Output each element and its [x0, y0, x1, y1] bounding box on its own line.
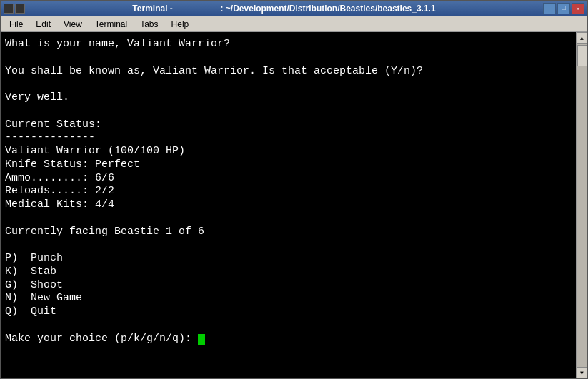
minimize-button[interactable]: ⎯ — [543, 3, 556, 14]
window-icon-2 — [15, 4, 25, 14]
window-icon-1 — [4, 4, 14, 14]
title-bar-left — [4, 4, 25, 14]
title-bar-right: ⎯ □ ✕ — [543, 3, 584, 14]
menu-bar: File Edit View Terminal Tabs Help — [1, 16, 587, 32]
menu-tabs[interactable]: Tabs — [134, 18, 164, 31]
maximize-button[interactable]: □ — [557, 3, 570, 14]
scrollbar[interactable]: ▲ ▼ — [576, 32, 587, 378]
scroll-down-button[interactable]: ▼ — [577, 367, 588, 378]
title-bar-icons — [4, 4, 25, 14]
title-bar: Terminal - : ~/Development/Distribution/… — [1, 1, 587, 16]
scroll-track[interactable] — [577, 44, 587, 367]
terminal-cursor — [198, 334, 205, 345]
menu-file[interactable]: File — [4, 18, 29, 31]
menu-view[interactable]: View — [58, 18, 88, 31]
menu-help[interactable]: Help — [166, 18, 195, 31]
scroll-thumb[interactable] — [577, 45, 587, 66]
title-text: Terminal - : ~/Development/Distribution/… — [25, 4, 543, 14]
scroll-up-button[interactable]: ▲ — [577, 32, 588, 44]
terminal-output[interactable]: What is your name, Valiant Warrior? You … — [1, 32, 576, 378]
title-app: Terminal - — [132, 4, 172, 14]
terminal-container: What is your name, Valiant Warrior? You … — [1, 32, 587, 378]
title-path: : ~/Development/Distribution/Beasties/be… — [221, 4, 436, 14]
menu-edit[interactable]: Edit — [30, 18, 56, 31]
menu-terminal[interactable]: Terminal — [89, 18, 133, 31]
close-button[interactable]: ✕ — [572, 3, 584, 14]
terminal-window: Terminal - : ~/Development/Distribution/… — [0, 0, 588, 379]
